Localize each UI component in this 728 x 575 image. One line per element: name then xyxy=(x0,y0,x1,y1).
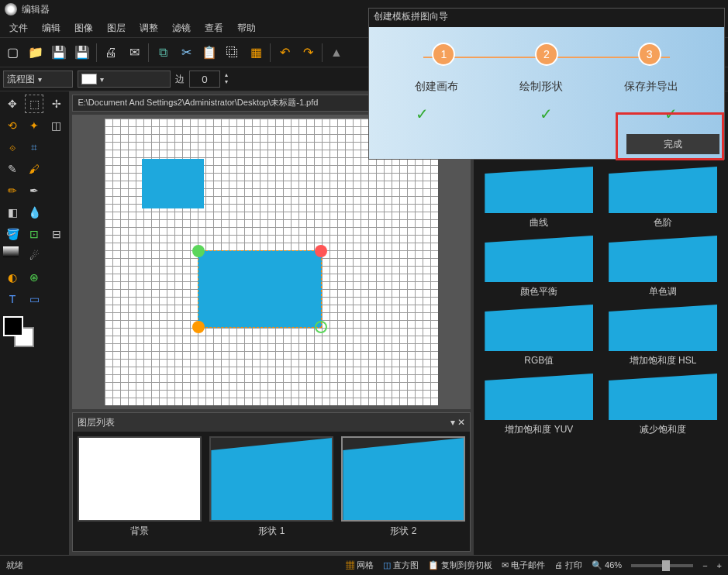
preset-item[interactable]: 曲线 xyxy=(480,167,598,229)
print-icon[interactable]: 🖨 xyxy=(102,43,120,62)
menu-view[interactable]: 查看 xyxy=(198,20,229,36)
chevron-up-icon[interactable]: ▴ xyxy=(225,71,234,78)
preset-item[interactable]: 增加饱和度 HSL xyxy=(604,305,722,367)
preset-label: 色阶 xyxy=(604,216,722,229)
app-title: 编辑器 xyxy=(22,3,50,16)
text-tool[interactable]: T xyxy=(3,290,22,308)
status-clipboard[interactable]: 📋 复制到剪切板 xyxy=(428,560,492,571)
paste-icon[interactable]: 📋 xyxy=(200,43,219,62)
preset-item[interactable]: 单色调 xyxy=(604,236,722,298)
menu-filter[interactable]: 滤镜 xyxy=(166,20,197,36)
fill-tool[interactable]: 🪣 xyxy=(3,225,22,243)
crop-tool[interactable]: ⌗ xyxy=(25,138,43,157)
preset-label: 单色调 xyxy=(604,285,722,298)
pencil-tool[interactable]: ✏ xyxy=(3,181,22,200)
menu-edit[interactable]: 编辑 xyxy=(36,20,67,36)
redo-icon[interactable]: ↷ xyxy=(298,43,317,62)
menu-file[interactable]: 文件 xyxy=(3,20,34,36)
status-email[interactable]: ✉ 电子邮件 xyxy=(502,560,545,571)
pointer-tool[interactable]: ✥ xyxy=(3,95,22,113)
move-tool[interactable]: ✢ xyxy=(47,95,66,113)
separator xyxy=(270,43,271,62)
shape-2-selected[interactable] xyxy=(198,250,322,328)
handle-tl[interactable] xyxy=(192,245,205,257)
separator xyxy=(322,43,323,62)
status-histogram[interactable]: ◫ 直方图 xyxy=(383,560,419,571)
menu-adjust[interactable]: 调整 xyxy=(133,20,164,36)
empty xyxy=(47,290,66,308)
side-input[interactable] xyxy=(189,71,220,88)
duplicate-icon[interactable]: ⿻ xyxy=(223,43,242,62)
smudge-tool[interactable]: ☄ xyxy=(25,246,43,265)
eyedropper-tool[interactable]: ✎ xyxy=(3,160,22,178)
new-icon[interactable]: ▢ xyxy=(3,43,22,62)
handle-bl[interactable] xyxy=(192,321,205,333)
layer-item-shape1[interactable]: 形状 1 xyxy=(209,436,333,538)
clone-tool[interactable]: ⊟ xyxy=(47,225,66,243)
preset-item[interactable]: RGB值 xyxy=(480,305,598,367)
zoom-in-icon[interactable]: + xyxy=(717,561,722,570)
pen-tool[interactable]: ✒ xyxy=(25,181,43,200)
step-label-3: 保存并导出 xyxy=(624,80,678,94)
wand-tool[interactable]: ✦ xyxy=(25,116,43,135)
open-icon[interactable]: 📁 xyxy=(26,43,45,62)
status-print[interactable]: 🖨 打印 xyxy=(554,560,582,571)
done-button[interactable]: 完成 xyxy=(626,134,719,154)
menu-help[interactable]: 帮助 xyxy=(231,20,262,36)
color-swatch[interactable] xyxy=(3,316,34,347)
lasso-tool[interactable]: ⟲ xyxy=(3,116,22,135)
empty xyxy=(47,268,66,287)
save-icon[interactable]: 💾 xyxy=(50,43,68,62)
gradient-tool[interactable] xyxy=(3,246,19,257)
stamp-tool[interactable]: ⊡ xyxy=(25,225,43,243)
chevron-down-icon[interactable]: ▾ xyxy=(225,78,234,85)
chevron-down-icon[interactable]: ▾ xyxy=(450,417,455,428)
grid-icon[interactable]: ▦ xyxy=(247,43,265,62)
layer-item-shape2[interactable]: 形状 2 xyxy=(341,436,465,538)
layer-thumb xyxy=(209,436,333,522)
wizard-icon[interactable]: ▲ xyxy=(327,43,346,62)
marquee-tool[interactable]: ⬚ xyxy=(25,95,43,113)
preset-label: 减少饱和度 xyxy=(604,423,722,436)
step-label-1: 创建画布 xyxy=(415,80,458,94)
saveas-icon[interactable]: 💾 xyxy=(73,43,91,62)
app-icon xyxy=(5,3,17,15)
menu-layer[interactable]: 图层 xyxy=(101,20,132,36)
dodge-tool[interactable]: ◐ xyxy=(3,268,22,287)
copy-icon[interactable]: ⧉ xyxy=(154,43,172,62)
undo-icon[interactable]: ↶ xyxy=(275,43,294,62)
pin-icon[interactable]: ✕ xyxy=(457,417,465,428)
preset-item[interactable]: 颜色平衡 xyxy=(480,236,598,298)
sel-tool[interactable]: ◫ xyxy=(47,116,66,135)
fg-color[interactable] xyxy=(3,316,23,336)
zoom-slider[interactable] xyxy=(631,564,693,567)
mail-icon[interactable]: ✉ xyxy=(125,43,143,62)
preset-item[interactable]: 增加饱和度 YUV xyxy=(480,374,598,436)
brush-tool[interactable]: 🖌 xyxy=(25,160,43,178)
shape-tool[interactable]: ▭ xyxy=(25,290,43,308)
status-grid[interactable]: ▦ 网格 xyxy=(346,560,374,571)
shape-category-combo[interactable]: 流程图 ▾ xyxy=(3,71,73,88)
side-stepper[interactable]: ▴ ▾ xyxy=(225,71,234,87)
shape-style-combo[interactable]: ▾ xyxy=(78,71,171,88)
empty xyxy=(47,246,66,265)
layer-item-bg[interactable]: 背景 xyxy=(78,436,202,538)
zoom-out-icon[interactable]: − xyxy=(702,561,707,570)
handle-br[interactable] xyxy=(315,321,327,333)
preset-item[interactable]: 减少饱和度 xyxy=(604,374,722,436)
wizard-step-1: 1 xyxy=(432,43,455,66)
menu-image[interactable]: 图像 xyxy=(68,20,99,36)
sponge-tool[interactable]: ⊛ xyxy=(25,268,43,287)
check-icon: ✓ xyxy=(540,105,553,123)
shape-1[interactable] xyxy=(142,159,204,208)
canvas[interactable] xyxy=(105,119,438,405)
handle-tr[interactable] xyxy=(315,245,327,257)
slider-knob[interactable] xyxy=(662,560,670,571)
cut-icon[interactable]: ✂ xyxy=(177,43,195,62)
preset-item[interactable]: 色阶 xyxy=(604,167,722,229)
eraser-tool[interactable]: ◧ xyxy=(3,203,22,222)
preset-label: 增加饱和度 YUV xyxy=(480,423,598,436)
freelasso-tool[interactable]: ⟐ xyxy=(3,138,22,157)
status-zoom[interactable]: 🔍 46% xyxy=(592,560,622,570)
blur-tool[interactable]: 💧 xyxy=(25,203,43,222)
